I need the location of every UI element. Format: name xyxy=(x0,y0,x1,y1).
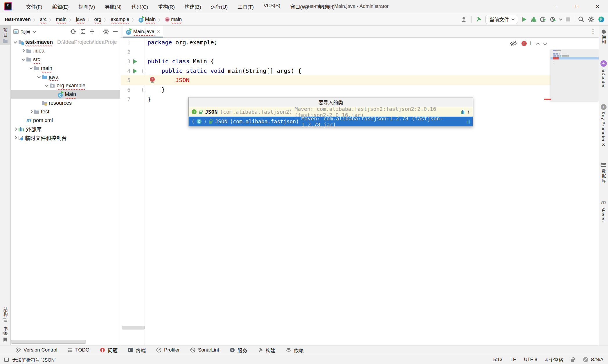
expand-all-icon[interactable] xyxy=(80,29,85,34)
sidebar-item-书签[interactable]: 书签 xyxy=(0,324,10,344)
menu-构建B[interactable]: 构建(B) xyxy=(185,3,201,10)
run-gutter-icon[interactable] xyxy=(133,59,137,64)
tree-arrow-icon[interactable] xyxy=(21,57,25,61)
no-entry-icon[interactable] xyxy=(583,357,588,362)
breadcrumb-item-org[interactable]: org xyxy=(94,17,101,22)
prev-error-icon[interactable] xyxy=(536,42,540,46)
sidebar-item-结构[interactable]: 结构 xyxy=(0,305,10,324)
fold-icon[interactable]: − xyxy=(142,69,146,73)
project-panel-title[interactable]: 项目 xyxy=(21,28,31,35)
tree-row-src[interactable]: src xyxy=(11,55,120,64)
breadcrumb-item-src[interactable]: src xyxy=(40,17,47,22)
breadcrumb-item-example[interactable]: example xyxy=(111,17,129,22)
right-strip-item-数据库[interactable]: 数据库 xyxy=(599,160,608,185)
profiler-button[interactable] xyxy=(550,17,556,22)
collapse-all-icon[interactable] xyxy=(89,29,95,34)
toolwindow-button-SonarLint[interactable]: SonarLint xyxy=(190,347,219,353)
tree-arrow-icon[interactable] xyxy=(29,66,33,69)
tree-arrow-icon[interactable] xyxy=(45,84,48,87)
breadcrumb-item-main[interactable]: main xyxy=(56,17,66,22)
menu-运行U[interactable]: 运行(U) xyxy=(211,3,228,10)
tree-arrow-icon[interactable] xyxy=(29,110,33,113)
sidebar-item-项目[interactable]: 项目 xyxy=(0,26,10,45)
menu-文件F[interactable]: 文件(F) xyxy=(26,3,42,10)
import-candidate-row[interactable]: (C)JSON(com.alibaba.fastjson)Maven: com.… xyxy=(189,117,473,126)
menu-视图V[interactable]: 视图(V) xyxy=(78,3,95,10)
tree-row-Main[interactable]: CMain xyxy=(11,90,120,99)
editor-horizontal-scrollbar[interactable] xyxy=(122,326,145,329)
close-button[interactable]: ✕ xyxy=(587,0,608,13)
menu-VCSS[interactable]: VCS(S) xyxy=(264,3,280,10)
caret-position[interactable]: 5:13 xyxy=(493,357,502,362)
submenu-chevron-icon[interactable]: ❯ xyxy=(467,109,470,115)
analysis-status[interactable]: Ø/N/A xyxy=(591,357,603,362)
tree-arrow-icon[interactable] xyxy=(14,40,17,43)
toolwindow-button-依赖[interactable]: 依赖 xyxy=(286,347,304,354)
menu-导航N[interactable]: 导航(N) xyxy=(105,3,122,10)
breadcrumb-item-main[interactable]: mmain xyxy=(165,17,182,22)
tree-arrow-icon[interactable] xyxy=(37,75,40,78)
toolwindow-button-构建[interactable]: 构建 xyxy=(258,347,276,354)
tree-row-org.example[interactable]: org.example xyxy=(11,81,120,90)
menu-工具T[interactable]: 工具(T) xyxy=(238,3,254,10)
right-strip-item-Maven[interactable]: mMaven xyxy=(599,197,608,224)
line-ending[interactable]: LF xyxy=(510,357,516,362)
right-strip-item-Key Promoter X[interactable]: XKey Promoter X xyxy=(599,102,608,149)
project-view-chevron-icon[interactable] xyxy=(33,30,36,33)
tool-window-toggle-icon[interactable] xyxy=(4,358,9,362)
run-with-coverage-button[interactable] xyxy=(540,17,546,22)
toolwindow-button-终端[interactable]: 终端 xyxy=(128,347,146,354)
fold-icon[interactable]: − xyxy=(142,88,146,92)
project-horizontal-scrollbar[interactable] xyxy=(11,340,86,344)
toolwindow-button-Profiler[interactable]: Profiler xyxy=(156,347,180,353)
tree-row-main[interactable]: main xyxy=(11,64,120,73)
indent-setting[interactable]: 4 个空格 xyxy=(545,356,563,363)
search-everywhere-icon[interactable] xyxy=(578,16,584,22)
toolwindow-button-Version Control[interactable]: Version Control xyxy=(16,347,57,353)
tab-main-java[interactable]: C Main.java ✕ xyxy=(123,26,163,37)
locate-file-icon[interactable] xyxy=(70,29,76,35)
inspections-widget[interactable]: ! 1 xyxy=(510,41,546,46)
tree-row-java[interactable]: java xyxy=(11,73,120,81)
run-configuration-select[interactable]: 当前文件 xyxy=(485,15,518,24)
minimize-button[interactable]: – xyxy=(545,0,566,13)
menu-编辑E[interactable]: 编辑(E) xyxy=(52,3,69,10)
settings-gear-icon[interactable] xyxy=(588,16,594,23)
tree-row-外部库[interactable]: 外部库 xyxy=(11,125,120,133)
run-gutter-icon[interactable] xyxy=(133,69,137,73)
unlock-icon[interactable] xyxy=(571,358,575,362)
debug-button[interactable] xyxy=(531,17,537,22)
project-settings-gear-icon[interactable] xyxy=(103,29,109,35)
menu-代码C[interactable]: 代码(C) xyxy=(132,3,148,10)
maximize-button[interactable]: □ xyxy=(566,0,587,13)
menu-重构R[interactable]: 重构(R) xyxy=(158,3,175,10)
run-options-chevron-icon[interactable] xyxy=(559,17,562,20)
tree-row-pom.xml[interactable]: mpom.xml xyxy=(11,116,120,125)
highlighting-eye-off-icon[interactable] xyxy=(510,41,517,46)
tree-row-test[interactable]: test xyxy=(11,107,120,116)
tree-arrow-icon[interactable] xyxy=(14,136,17,139)
toolwindow-button-TODO[interactable]: TODO xyxy=(68,347,89,353)
tree-row-临时文件和控制台[interactable]: 临时文件和控制台 xyxy=(11,133,120,142)
right-strip-item-通知[interactable]: 通知 xyxy=(599,27,608,46)
toolwindow-button-服务[interactable]: 服务 xyxy=(230,347,247,354)
breadcrumb-item-java[interactable]: java xyxy=(76,17,85,22)
breadcrumb-item-test-maven[interactable]: test-maven xyxy=(5,17,31,22)
toolwindow-button-问题[interactable]: 问题 xyxy=(100,347,118,354)
tree-arrow-icon[interactable] xyxy=(21,49,25,52)
tree-row-.idea[interactable]: .idea xyxy=(11,46,120,55)
code-minimap[interactable] xyxy=(551,49,599,101)
tree-row-resources[interactable]: resources xyxy=(11,99,120,107)
tab-close-icon[interactable]: ✕ xyxy=(157,29,161,34)
editor-more-options-icon[interactable]: ⋮ xyxy=(590,28,596,35)
tree-row-test-maven[interactable]: test-mavenD:\IdeaProjects\IdeaProje xyxy=(11,38,120,46)
build-hammer-icon[interactable] xyxy=(475,16,482,23)
learn-ide-sphere-icon[interactable] xyxy=(598,16,605,23)
code-viewport[interactable]: 1package org.example;23public class Main… xyxy=(120,38,599,345)
tree-arrow-icon[interactable] xyxy=(14,127,17,131)
breadcrumb-item-Main[interactable]: CMain xyxy=(138,17,156,22)
run-button[interactable] xyxy=(522,17,527,22)
next-error-icon[interactable] xyxy=(543,42,547,46)
file-encoding[interactable]: UTF-8 xyxy=(524,357,537,362)
error-stripe-mark[interactable] xyxy=(544,99,551,100)
